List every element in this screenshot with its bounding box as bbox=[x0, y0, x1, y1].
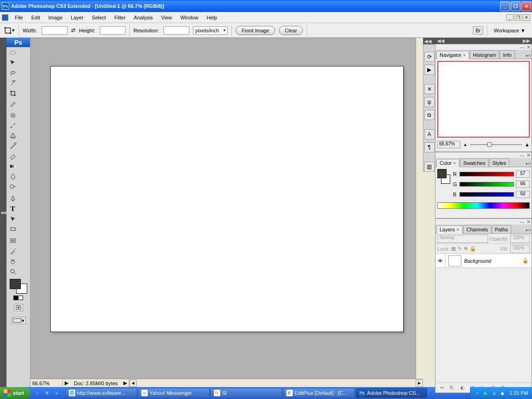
r-value[interactable]: 57 bbox=[516, 170, 530, 178]
dock-toolpresets-icon[interactable]: ✕ bbox=[424, 84, 435, 94]
menu-view[interactable]: View bbox=[157, 14, 176, 21]
crop-tool-icon[interactable]: ▾ bbox=[4, 26, 15, 35]
lock-pixels-icon[interactable]: ✎ bbox=[458, 246, 462, 252]
status-menu-icon[interactable]: ▶ bbox=[63, 380, 70, 386]
stamp-tool[interactable] bbox=[7, 131, 18, 141]
color-panel-menu-icon[interactable]: ▸≡ bbox=[525, 160, 532, 167]
screen-mode-button[interactable]: ▾ bbox=[11, 317, 26, 324]
height-input[interactable] bbox=[100, 26, 126, 35]
swap-colors-icon[interactable] bbox=[18, 296, 23, 300]
tray-smiley-icon[interactable]: ☺ bbox=[491, 390, 497, 396]
canvas-viewport[interactable] bbox=[30, 38, 423, 379]
status-menu2-icon[interactable]: ▶ bbox=[121, 380, 129, 386]
zoom-tool[interactable] bbox=[7, 266, 18, 277]
default-colors-icon[interactable] bbox=[13, 296, 18, 300]
doc-restore-button[interactable]: ❐ bbox=[514, 14, 522, 21]
brush-tool[interactable] bbox=[7, 121, 18, 131]
tab-swatches[interactable]: Swatches bbox=[460, 158, 489, 167]
layer-name-label[interactable]: Background bbox=[464, 258, 491, 264]
crop-tool[interactable] bbox=[7, 88, 18, 98]
panel-close-icon[interactable]: ✕ bbox=[526, 44, 531, 50]
move-tool[interactable] bbox=[7, 58, 18, 68]
gradient-tool[interactable] bbox=[7, 161, 18, 171]
tab-layers[interactable]: Layers✕ bbox=[436, 225, 463, 234]
tray-app-icon[interactable]: ◆ bbox=[499, 390, 506, 396]
hand-tool[interactable] bbox=[7, 256, 18, 266]
zoom-out-icon[interactable]: ▲ bbox=[463, 142, 467, 147]
layer-row-background[interactable]: 👁 Background 🔒 bbox=[435, 254, 532, 268]
tab-histogram[interactable]: Histogram bbox=[470, 50, 499, 59]
resolution-input[interactable] bbox=[163, 26, 189, 35]
g-slider[interactable] bbox=[459, 182, 514, 187]
healing-tool[interactable] bbox=[7, 110, 18, 121]
color-spectrum[interactable] bbox=[437, 202, 530, 209]
menu-select[interactable]: Select bbox=[88, 14, 110, 21]
tab-info[interactable]: Info bbox=[500, 50, 514, 59]
menu-layer[interactable]: Layer bbox=[67, 14, 87, 21]
lasso-tool[interactable] bbox=[7, 68, 18, 78]
tray-hide-icon[interactable]: ‹ bbox=[474, 390, 481, 396]
menu-analysis[interactable]: Analysis bbox=[130, 14, 157, 21]
tray-status-icon[interactable]: ▶ bbox=[483, 390, 489, 396]
tab-navigator[interactable]: Navigator✕ bbox=[436, 51, 469, 59]
pen-tool[interactable] bbox=[7, 193, 18, 204]
layers-panel-menu-icon[interactable]: ▸≡ bbox=[525, 227, 532, 233]
blend-mode-select[interactable]: Normal bbox=[437, 235, 488, 243]
marquee-tool[interactable] bbox=[7, 48, 18, 58]
fill-input[interactable]: 100% bbox=[510, 245, 530, 253]
panel-menu-icon[interactable]: ▸≡ bbox=[525, 52, 532, 59]
slice-tool[interactable] bbox=[7, 98, 18, 109]
toolbox-header-icon[interactable]: Ps bbox=[6, 38, 30, 47]
dodge-tool[interactable] bbox=[7, 181, 18, 192]
b-slider[interactable] bbox=[459, 192, 514, 197]
menu-help[interactable]: Help bbox=[203, 14, 221, 21]
b-value[interactable]: 50 bbox=[516, 191, 530, 198]
maximize-button[interactable]: ❐ bbox=[511, 1, 520, 11]
layer-visibility-icon[interactable]: 👁 bbox=[435, 254, 446, 267]
width-input[interactable] bbox=[42, 26, 67, 35]
foreground-color-swatch[interactable] bbox=[10, 279, 21, 289]
navigator-zoom-slider[interactable] bbox=[470, 141, 522, 148]
menu-edit[interactable]: Edit bbox=[28, 14, 44, 21]
layer-thumbnail[interactable] bbox=[448, 255, 461, 266]
right-dock-strip[interactable]: ◀◀ bbox=[423, 38, 435, 44]
type-tool[interactable]: T bbox=[7, 204, 18, 214]
desktop-icon[interactable]: ✕ bbox=[43, 389, 51, 397]
notes-tool[interactable] bbox=[7, 236, 18, 246]
dock-character-icon[interactable]: A bbox=[424, 129, 435, 139]
navigator-zoom-input[interactable]: 66.67% bbox=[437, 141, 460, 148]
path-select-tool[interactable] bbox=[7, 214, 18, 224]
menu-image[interactable]: Image bbox=[45, 14, 66, 21]
task-folder[interactable]: 📁SI bbox=[211, 388, 282, 398]
wand-tool[interactable] bbox=[7, 78, 18, 88]
lock-all-icon[interactable]: 🔒 bbox=[470, 246, 476, 252]
panel-dock-strip[interactable]: ◀◀▶▶ bbox=[435, 38, 532, 44]
doc-minimize-button[interactable]: _ bbox=[506, 14, 514, 21]
tab-styles[interactable]: Styles bbox=[489, 158, 509, 167]
close-button[interactable]: ✕ bbox=[521, 1, 531, 11]
tab-color[interactable]: Color✕ bbox=[436, 159, 459, 167]
dock-history-icon[interactable]: ⟳ bbox=[424, 52, 435, 62]
eyedropper-tool[interactable] bbox=[7, 246, 18, 256]
opacity-input[interactable]: 100% bbox=[510, 235, 530, 243]
task-photoshop[interactable]: PsAdobe Photoshop CS... bbox=[356, 388, 427, 398]
dock-clonesource-icon[interactable]: ⧉ bbox=[424, 110, 435, 120]
horizontal-scrollbar[interactable]: ◀▶ bbox=[129, 380, 423, 387]
left-dock-strip[interactable]: ◀◀ bbox=[0, 38, 6, 387]
navigator-preview[interactable] bbox=[437, 61, 530, 138]
dock-brushes-icon[interactable]: ψ bbox=[424, 97, 435, 107]
color-panel-swatch[interactable] bbox=[437, 169, 450, 187]
color-swatches[interactable] bbox=[10, 279, 27, 294]
blur-tool[interactable] bbox=[7, 171, 18, 181]
dock-layercomps-icon[interactable]: ▥ bbox=[424, 162, 435, 172]
front-image-button[interactable]: Front Image bbox=[236, 26, 275, 35]
tab-paths[interactable]: Paths bbox=[492, 225, 511, 233]
task-editplus[interactable]: EEditPlus [Default] - [C... bbox=[283, 388, 355, 398]
lock-transparent-icon[interactable]: ▦ bbox=[451, 246, 456, 252]
resolution-units-dropdown[interactable]: pixels/inch bbox=[193, 26, 228, 35]
swap-dims-icon[interactable]: ⇄ bbox=[71, 27, 75, 33]
clear-button[interactable]: Clear bbox=[279, 26, 303, 35]
bridge-icon[interactable]: Br bbox=[473, 26, 483, 35]
quickmask-button[interactable] bbox=[14, 304, 23, 311]
menu-window[interactable]: Window bbox=[176, 14, 202, 21]
